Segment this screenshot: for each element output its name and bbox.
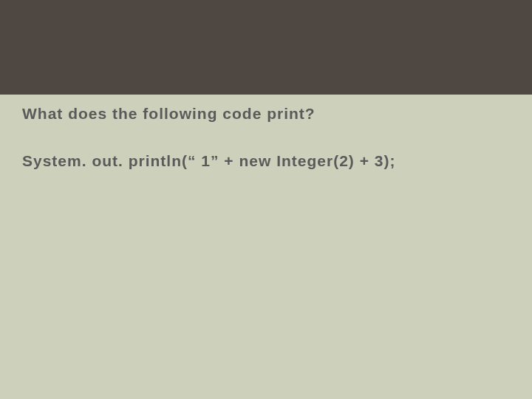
- question-text: What does the following code print?: [22, 105, 510, 123]
- slide: What does the following code print? Syst…: [0, 0, 532, 399]
- title-bar: [0, 0, 532, 95]
- slide-content: What does the following code print? Syst…: [0, 95, 532, 170]
- code-line: System. out. println(“ 1” + new Integer(…: [22, 152, 510, 170]
